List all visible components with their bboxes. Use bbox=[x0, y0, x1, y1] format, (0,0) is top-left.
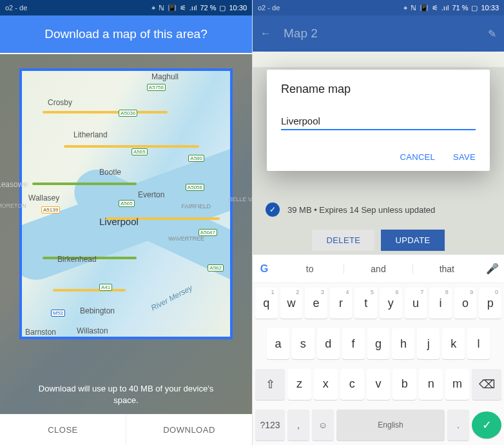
key-t[interactable]: t5 bbox=[354, 288, 377, 319]
place-moreton: MORETON bbox=[0, 203, 26, 209]
place-everton: Everton bbox=[138, 190, 164, 199]
key-p[interactable]: p0 bbox=[479, 288, 501, 319]
key-u[interactable]: u7 bbox=[405, 288, 427, 319]
storage-message: Download will use up to 40 MB of your de… bbox=[0, 383, 252, 406]
map-info-text: 39 MB • Expires 14 Sep unless updated bbox=[287, 205, 435, 215]
edit-icon[interactable]: ✎ bbox=[488, 28, 496, 40]
shield-a5036: A5036 bbox=[119, 110, 137, 117]
key-m[interactable]: m bbox=[445, 369, 469, 400]
shield-a5758: A5758 bbox=[147, 84, 166, 91]
key-q[interactable]: q1 bbox=[255, 288, 278, 319]
wifi-icon: ⚟ bbox=[180, 4, 186, 12]
suggestion-2[interactable]: and bbox=[344, 264, 412, 274]
shield-a562: A562 bbox=[208, 264, 224, 272]
key-d[interactable]: d bbox=[317, 328, 340, 359]
label-river-mersey: River Mersey bbox=[150, 283, 194, 313]
shield-a5058: A5058 bbox=[186, 184, 204, 191]
key-f[interactable]: f bbox=[342, 328, 365, 359]
shield-a580: A580 bbox=[188, 155, 204, 162]
keyboard: G to and that 🎤 q1w2e3r4t5y6u7i8o9p0 asd… bbox=[253, 254, 504, 445]
key-b[interactable]: b bbox=[393, 369, 416, 400]
shield-a565b: A565 bbox=[119, 200, 135, 207]
key-v[interactable]: v bbox=[367, 369, 391, 400]
comma-key[interactable]: , bbox=[287, 410, 309, 440]
dialog-title: Rename map bbox=[281, 83, 476, 96]
location-icon: ⌖ bbox=[403, 4, 407, 12]
key-k[interactable]: k bbox=[442, 328, 465, 359]
enter-key[interactable]: ✓ bbox=[472, 411, 501, 439]
shield-a5047: A5047 bbox=[199, 229, 217, 236]
key-g[interactable]: g bbox=[367, 328, 390, 359]
battery-icon: ▢ bbox=[471, 4, 478, 12]
key-z[interactable]: z bbox=[287, 369, 311, 400]
delete-button[interactable]: DELETE bbox=[312, 230, 374, 251]
backspace-key[interactable]: ⌫ bbox=[472, 369, 501, 400]
suggestion-1[interactable]: to bbox=[276, 264, 344, 274]
period-key[interactable]: . bbox=[447, 410, 469, 440]
app-bar: ← Map 2 ✎ bbox=[253, 15, 504, 52]
status-bar: o2 - de ⌖ ℕ 📳 ⚟ .ııl 71 % ▢ 10:33 bbox=[253, 0, 504, 15]
key-o[interactable]: o9 bbox=[454, 288, 477, 319]
rename-input[interactable] bbox=[281, 113, 476, 130]
place-bootle: Bootle bbox=[99, 168, 121, 177]
place-fairfield: FAIRFIELD bbox=[181, 203, 211, 210]
place-birkenhead: Birkenhead bbox=[57, 255, 97, 264]
emoji-key[interactable]: ☺ bbox=[312, 410, 334, 440]
clock: 10:30 bbox=[229, 4, 247, 12]
mic-icon[interactable]: 🎤 bbox=[481, 262, 504, 275]
check-badge-icon: ✓ bbox=[266, 203, 280, 217]
key-w[interactable]: w2 bbox=[280, 288, 303, 319]
key-s[interactable]: s bbox=[292, 328, 315, 359]
shield-a41: A41 bbox=[99, 284, 112, 291]
place-belleva: BELLE VA bbox=[228, 196, 252, 203]
key-x[interactable]: x bbox=[314, 369, 338, 400]
cancel-button[interactable]: CANCEL bbox=[400, 152, 436, 162]
place-maghull: Maghull bbox=[151, 72, 179, 81]
key-e[interactable]: e3 bbox=[305, 288, 327, 319]
place-barnston: Barnston bbox=[25, 328, 56, 337]
signal-icon: .ııl bbox=[441, 4, 449, 12]
key-h[interactable]: h bbox=[392, 328, 414, 359]
suggestion-bar: G to and that 🎤 bbox=[253, 255, 504, 283]
place-litherland: Litherland bbox=[73, 130, 108, 139]
shield-a5139: A5139 bbox=[41, 206, 60, 213]
place-bebington: Bebington bbox=[80, 306, 115, 315]
app-bar-title: Map 2 bbox=[284, 26, 475, 41]
suggestion-3[interactable]: that bbox=[412, 264, 481, 274]
space-key[interactable]: English bbox=[336, 410, 445, 440]
status-bar: o2 - de ⌖ ℕ 📳 ⚟ .ııl 72 % ▢ 10:30 bbox=[0, 0, 252, 15]
battery-pct: 72 % bbox=[200, 4, 216, 12]
shield-m53: M53 bbox=[51, 310, 65, 317]
google-icon[interactable]: G bbox=[253, 263, 276, 275]
key-n[interactable]: n bbox=[419, 369, 443, 400]
key-row-3: ⇧ zxcvbnm ⌫ bbox=[253, 364, 504, 405]
map-selection-frame[interactable]: Maghull Crosby Litherland Bootle Wallase… bbox=[19, 68, 233, 339]
status-icons: ⌖ ℕ 📳 ⚟ .ııl 71 % ▢ 10:33 bbox=[403, 4, 499, 12]
shift-key[interactable]: ⇧ bbox=[255, 369, 285, 400]
key-row-4: ?123 , ☺ English . ✓ bbox=[253, 404, 504, 445]
back-icon[interactable]: ← bbox=[260, 28, 271, 39]
key-c[interactable]: c bbox=[340, 369, 364, 400]
key-j[interactable]: j bbox=[417, 328, 440, 359]
vibrate-icon: 📳 bbox=[420, 4, 429, 12]
symbols-key[interactable]: ?123 bbox=[255, 410, 285, 440]
wifi-icon: ⚟ bbox=[432, 4, 438, 12]
rename-dialog: Rename map CANCEL SAVE bbox=[267, 70, 490, 171]
screen-download-map: o2 - de ⌖ ℕ 📳 ⚟ .ııl 72 % ▢ 10:30 Downlo… bbox=[0, 0, 252, 445]
nfc-icon: ℕ bbox=[159, 4, 164, 12]
save-button[interactable]: SAVE bbox=[453, 152, 476, 162]
place-crosby: Crosby bbox=[48, 98, 72, 107]
update-button[interactable]: UPDATE bbox=[381, 230, 444, 251]
close-button[interactable]: CLOSE bbox=[0, 414, 126, 445]
key-a[interactable]: a bbox=[267, 328, 289, 359]
download-button[interactable]: DOWNLOAD bbox=[126, 414, 252, 445]
vibrate-icon: 📳 bbox=[168, 4, 177, 12]
place-liverpool: Liverpool bbox=[99, 216, 139, 227]
key-l[interactable]: l bbox=[467, 328, 490, 359]
status-icons: ⌖ ℕ 📳 ⚟ .ııl 72 % ▢ 10:30 bbox=[151, 4, 247, 12]
place-willaston: Willaston bbox=[77, 326, 108, 335]
key-y[interactable]: y6 bbox=[380, 288, 402, 319]
key-i[interactable]: i8 bbox=[429, 288, 452, 319]
key-r[interactable]: r4 bbox=[330, 288, 353, 319]
nfc-icon: ℕ bbox=[411, 4, 416, 12]
